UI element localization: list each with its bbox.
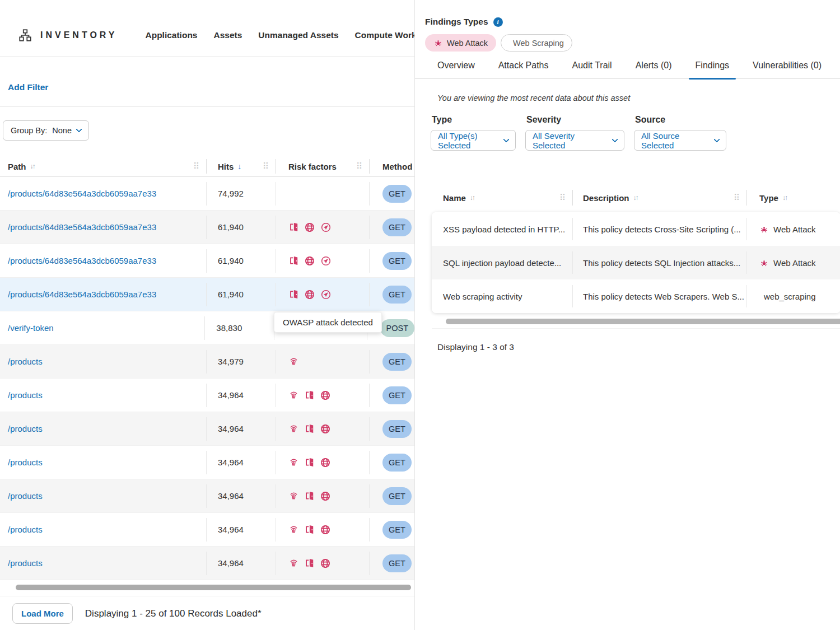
- table-row[interactable]: /products/64d83e564a3dcb6059aa7e33 74,99…: [0, 177, 414, 211]
- info-icon[interactable]: i: [493, 17, 503, 27]
- risk-icons[interactable]: [288, 457, 331, 468]
- open-door-icon: [304, 457, 315, 468]
- hits-value: 34,964: [218, 390, 244, 400]
- table-row[interactable]: /products/64d83e564a3dcb6059aa7e33 61,94…: [0, 278, 414, 311]
- sort-icon[interactable]: [30, 162, 35, 170]
- finding-type-cell: Web Attack: [747, 258, 840, 268]
- drag-handle-icon[interactable]: [263, 161, 269, 171]
- table-row[interactable]: /products 34,964 GET: [0, 446, 414, 479]
- horizontal-scrollbar-thumb[interactable]: [16, 585, 411, 590]
- column-header-name[interactable]: Name: [432, 190, 573, 206]
- web-attack-icon: [759, 225, 769, 234]
- risk-icons[interactable]: [288, 491, 331, 502]
- nav-item[interactable]: Assets: [213, 30, 242, 40]
- findings-type-chip[interactable]: Web Scraping: [501, 34, 572, 52]
- drag-handle-icon[interactable]: [193, 161, 199, 171]
- table-row[interactable]: /products 34,964 GET: [0, 479, 414, 513]
- method-cell: GET: [370, 487, 414, 505]
- risk-factors-cell: [276, 417, 370, 441]
- findings-scrollbar-thumb[interactable]: [446, 319, 840, 324]
- drag-handle-icon[interactable]: [356, 161, 362, 171]
- table-row[interactable]: /products 34,964 GET: [0, 379, 414, 412]
- tab[interactable]: Alerts (0): [636, 60, 672, 78]
- table-row[interactable]: /products 34,979 GET: [0, 345, 414, 379]
- nav-item[interactable]: Unmanaged Assets: [258, 30, 338, 40]
- open-door-icon: [304, 491, 315, 501]
- column-header-risk-factors[interactable]: Risk factors: [276, 159, 370, 174]
- open-door-icon: [288, 255, 299, 266]
- sort-icon[interactable]: [470, 194, 474, 202]
- risk-icons[interactable]: [288, 289, 332, 300]
- risk-icons[interactable]: [288, 423, 331, 435]
- paper-plane-icon: [320, 289, 332, 300]
- path-link[interactable]: /products: [8, 491, 43, 501]
- path-link[interactable]: /products: [8, 558, 43, 568]
- tab[interactable]: Audit Trail: [572, 60, 612, 78]
- finding-row[interactable]: SQL injection payload detecte... This po…: [432, 246, 840, 279]
- table-row[interactable]: /products 34,964 GET: [0, 547, 414, 580]
- table-footer: Load More Displaying 1 - 25 of 100 Recor…: [0, 596, 414, 624]
- hits-value: 61,940: [218, 290, 244, 299]
- finding-description: This policy detects Web Scrapers. Web S.…: [583, 292, 744, 301]
- risk-icons[interactable]: [288, 558, 331, 569]
- method-badge: GET: [382, 185, 412, 203]
- path-link[interactable]: /products/64d83e564a3dcb6059aa7e33: [8, 256, 156, 265]
- table-row[interactable]: /products 34,964 GET: [0, 412, 414, 446]
- table-row[interactable]: /products/64d83e564a3dcb6059aa7e33 61,94…: [0, 244, 414, 278]
- sort-icon[interactable]: [633, 194, 638, 202]
- filter-dropdown[interactable]: All Source Selected: [634, 130, 726, 151]
- hits-cell: 61,940: [207, 216, 276, 239]
- asset-details-panel: Findings Types i Web Attack Web Scraping…: [414, 0, 840, 630]
- path-cell: /products: [0, 552, 207, 575]
- path-link[interactable]: /products: [8, 458, 43, 467]
- finding-row[interactable]: XSS payload detected in HTTP... This pol…: [432, 212, 840, 246]
- tab[interactable]: Attack Paths: [498, 60, 549, 78]
- table-row[interactable]: /products 34,964 GET: [0, 513, 414, 547]
- column-header-path[interactable]: Path: [0, 159, 207, 174]
- filter-dropdown[interactable]: All Severity Selected: [525, 130, 624, 151]
- tab[interactable]: Findings: [696, 60, 729, 78]
- add-filter-button[interactable]: Add Filter: [8, 82, 48, 92]
- table-row[interactable]: /products/64d83e564a3dcb6059aa7e33 61,94…: [0, 211, 414, 244]
- risk-icons[interactable]: [288, 255, 332, 267]
- sort-icon[interactable]: [782, 194, 787, 202]
- inventory-panel: INVENTORY Applications Assets Unmanaged …: [0, 0, 414, 630]
- path-link[interactable]: /products: [8, 390, 43, 400]
- risk-icons[interactable]: [288, 222, 332, 233]
- path-link[interactable]: /products/64d83e564a3dcb6059aa7e33: [8, 290, 156, 299]
- path-link[interactable]: /products: [8, 525, 43, 534]
- method-cell: GET: [370, 521, 414, 539]
- risk-icons[interactable]: [288, 356, 299, 367]
- sort-desc-icon[interactable]: [237, 162, 240, 171]
- drag-handle-icon[interactable]: [734, 193, 740, 203]
- drag-handle-icon[interactable]: [559, 193, 566, 203]
- path-link[interactable]: /products/64d83e564a3dcb6059aa7e33: [8, 189, 156, 198]
- finding-type-icon: [759, 258, 769, 268]
- risk-icons[interactable]: [288, 524, 331, 535]
- column-header-type[interactable]: Type: [747, 193, 840, 203]
- finding-row[interactable]: Web scraping activity This policy detect…: [432, 279, 840, 313]
- load-more-button[interactable]: Load More: [12, 603, 73, 624]
- path-link[interactable]: /products/64d83e564a3dcb6059aa7e33: [8, 222, 156, 232]
- finding-description-cell: This policy detects SQL Injection attack…: [573, 251, 747, 274]
- open-door-icon: [304, 524, 315, 535]
- filter-dropdown[interactable]: All Type(s) Selected: [431, 130, 516, 151]
- column-header-hits[interactable]: Hits: [207, 159, 276, 174]
- path-cell: /products: [0, 384, 207, 407]
- findings-table: Name Description Type: [432, 186, 840, 329]
- path-link[interactable]: /products: [8, 424, 43, 433]
- tab[interactable]: Vulnerabilities (0): [753, 60, 822, 78]
- app-screen: INVENTORY Applications Assets Unmanaged …: [0, 0, 840, 630]
- column-header-method[interactable]: Method: [370, 162, 414, 171]
- method-cell: GET: [370, 353, 414, 371]
- tab[interactable]: Overview: [437, 60, 475, 78]
- path-link[interactable]: /verify-token: [8, 323, 54, 333]
- column-header-description[interactable]: Description: [573, 190, 747, 206]
- group-by-dropdown[interactable]: Group By: None: [3, 120, 89, 141]
- path-link[interactable]: /products: [8, 357, 43, 366]
- nav-item[interactable]: Applications: [145, 30, 197, 40]
- chip-label: Web Scraping: [513, 39, 564, 48]
- risk-icons[interactable]: [288, 390, 331, 401]
- hits-value: 61,940: [218, 222, 244, 232]
- findings-type-chip[interactable]: Web Attack: [425, 34, 496, 52]
